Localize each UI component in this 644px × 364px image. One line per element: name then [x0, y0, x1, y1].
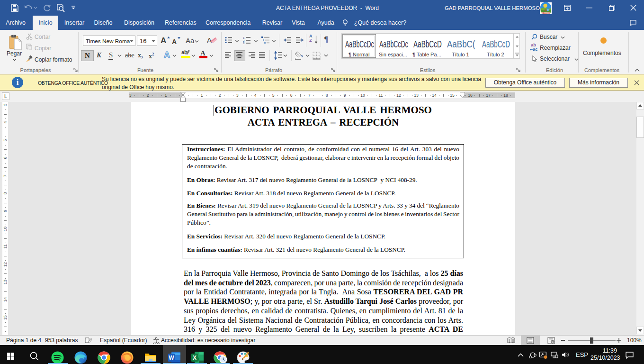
- svg-text:3: 3: [243, 42, 245, 44]
- svg-text:VALLE H: VALLE H: [542, 12, 550, 14]
- svg-text:W: W: [169, 355, 174, 361]
- svg-text:X: X: [193, 355, 197, 361]
